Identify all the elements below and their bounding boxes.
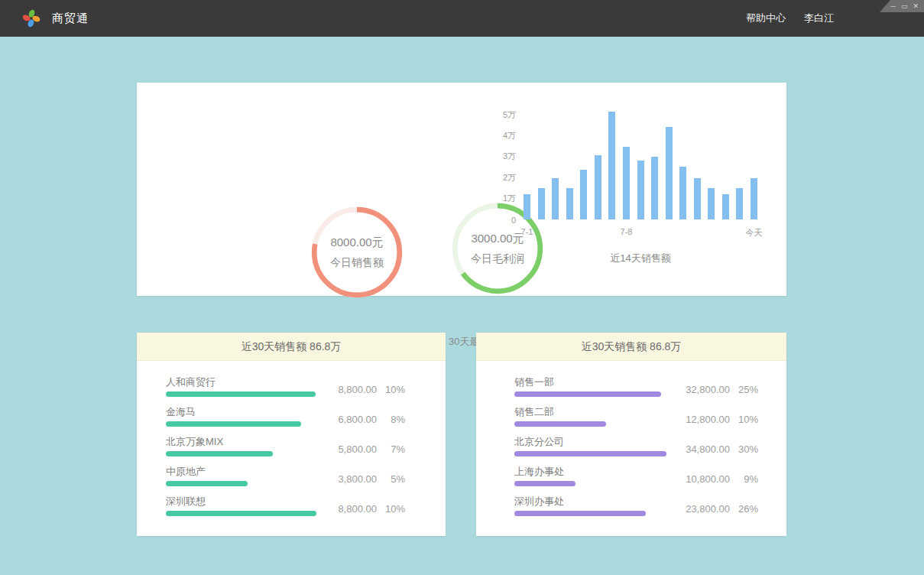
- user-menu[interactable]: 李白江: [804, 11, 834, 25]
- y-axis-tick: 5万: [485, 109, 516, 121]
- departments-sales-rows: 销售一部32,800.0025%销售二部12,800.0010%北京分公司34,…: [476, 361, 786, 524]
- item-label: 深圳联想: [166, 495, 206, 508]
- list-item: 销售一部32,800.0025%: [514, 375, 758, 404]
- bar: [524, 194, 530, 219]
- bar: [651, 157, 658, 219]
- item-percent: 5%: [377, 473, 405, 485]
- item-value: 12,800.00: [675, 414, 730, 425]
- item-percent: 7%: [377, 443, 405, 455]
- item-label: 销售二部: [514, 405, 554, 419]
- item-figures: 10,800.009%: [675, 473, 758, 485]
- departments-sales-card: 近30天销售额 86.8万 销售一部32,800.0025%销售二部12,800…: [476, 333, 786, 536]
- list-item: 金海马6,800.008%: [166, 404, 405, 434]
- customers-sales-card-title: 近30天销售额 86.8万: [137, 333, 446, 361]
- item-bar: [514, 421, 606, 427]
- item-figures: 34,800.0030%: [675, 443, 758, 455]
- today-sales-donut-label: 8000.00元 今日销售额: [310, 205, 404, 300]
- bar: [552, 178, 559, 219]
- y-axis-tick: 1万: [485, 193, 516, 204]
- list-item: 销售二部12,800.0010%: [514, 404, 758, 434]
- item-percent: 25%: [730, 384, 758, 395]
- today-profit-value: 3000.00元: [471, 232, 524, 246]
- help-center-link[interactable]: 帮助中心: [746, 11, 786, 25]
- today-sales-metric: 今日销售额: [330, 256, 384, 270]
- x-axis-tick: 7-8: [620, 227, 632, 236]
- item-label: 北京分公司: [514, 435, 564, 449]
- item-figures: 32,800.0025%: [675, 384, 758, 395]
- item-bar: [514, 481, 575, 486]
- item-figures: 12,800.0010%: [675, 414, 758, 425]
- sales-14d-bar-chart: 01万2万3万4万5万7-17-8今天: [524, 105, 757, 219]
- item-value: 5,800.00: [322, 443, 377, 455]
- departments-sales-card-title: 近30天销售额 86.8万: [476, 333, 786, 361]
- item-figures: 8,800.0010%: [322, 503, 405, 515]
- item-value: 8,800.00: [322, 384, 377, 395]
- minimize-button[interactable]: ─: [891, 0, 896, 12]
- bar: [736, 188, 743, 219]
- item-percent: 8%: [377, 414, 405, 425]
- item-percent: 30%: [730, 443, 758, 455]
- list-item: 北京万象MIX5,800.007%: [166, 434, 405, 464]
- item-value: 6,800.00: [322, 414, 377, 425]
- bar: [538, 188, 545, 219]
- list-item: 人和商贸行8,800.0010%: [166, 375, 405, 404]
- y-axis-tick: 0: [485, 216, 516, 225]
- x-axis-tick: 7-1: [521, 227, 533, 236]
- item-value: 32,800.00: [675, 384, 730, 395]
- window-controls: ─ ▭ ✕: [880, 0, 924, 12]
- item-value: 10,800.00: [675, 473, 730, 485]
- item-bar: [514, 391, 661, 397]
- item-percent: 26%: [730, 503, 758, 515]
- titlebar: 商贸通 帮助中心 李白江 ─ ▭ ✕: [0, 0, 924, 37]
- item-label: 深圳办事处: [514, 495, 564, 508]
- bar: [580, 170, 587, 219]
- bar: [722, 194, 729, 219]
- bar: [623, 147, 630, 219]
- item-value: 34,800.00: [675, 443, 730, 455]
- item-figures: 5,800.007%: [322, 443, 405, 455]
- x-axis-tick: 今天: [746, 227, 763, 239]
- item-figures: 23,800.0026%: [675, 503, 758, 515]
- item-label: 销售一部: [514, 375, 554, 389]
- item-percent: 10%: [377, 384, 405, 395]
- y-axis-tick: 3万: [485, 151, 516, 162]
- bar-plot: [524, 105, 757, 219]
- list-item: 深圳办事处23,800.0026%: [514, 494, 758, 524]
- item-value: 3,800.00: [322, 473, 377, 485]
- item-figures: 3,800.005%: [322, 473, 405, 485]
- app-title: 商贸通: [52, 11, 89, 26]
- item-value: 23,800.00: [675, 503, 730, 515]
- today-profit-metric: 今日毛利润: [471, 252, 524, 266]
- close-button[interactable]: ✕: [913, 0, 919, 12]
- item-bar: [166, 511, 316, 516]
- item-bar: [166, 481, 248, 486]
- item-label: 中原地产: [166, 465, 206, 479]
- today-sales-donut-chart: 8000.00元 今日销售额: [310, 205, 404, 300]
- y-axis-tick: 4万: [485, 130, 516, 141]
- customers-sales-rows: 人和商贸行8,800.0010%金海马6,800.008%北京万象MIX5,80…: [137, 361, 446, 524]
- item-figures: 8,800.0010%: [322, 384, 405, 395]
- bar: [694, 178, 701, 219]
- item-bar: [166, 421, 301, 427]
- list-item: 深圳联想8,800.0010%: [166, 494, 405, 524]
- item-figures: 6,800.008%: [322, 414, 405, 425]
- app-logo-icon: [21, 8, 41, 28]
- customers-sales-card: 近30天销售额 86.8万 人和商贸行8,800.0010%金海马6,800.0…: [137, 333, 446, 536]
- item-label: 金海马: [166, 405, 196, 419]
- bar: [679, 167, 686, 219]
- y-axis-tick: 2万: [485, 172, 516, 184]
- item-label: 上海办事处: [514, 465, 564, 479]
- list-item: 北京分公司34,800.0030%: [514, 434, 758, 464]
- maximize-button[interactable]: ▭: [901, 0, 908, 12]
- bar: [708, 188, 715, 219]
- bar: [595, 155, 601, 219]
- item-bar: [514, 451, 666, 456]
- item-percent: 9%: [730, 473, 758, 485]
- titlebar-nav: 帮助中心 李白江: [746, 11, 924, 25]
- bar: [637, 161, 644, 220]
- today-sales-value: 8000.00元: [330, 236, 383, 250]
- item-value: 8,800.00: [322, 503, 377, 515]
- bar: [666, 127, 673, 219]
- item-label: 人和商贸行: [166, 375, 216, 389]
- bar: [566, 188, 573, 219]
